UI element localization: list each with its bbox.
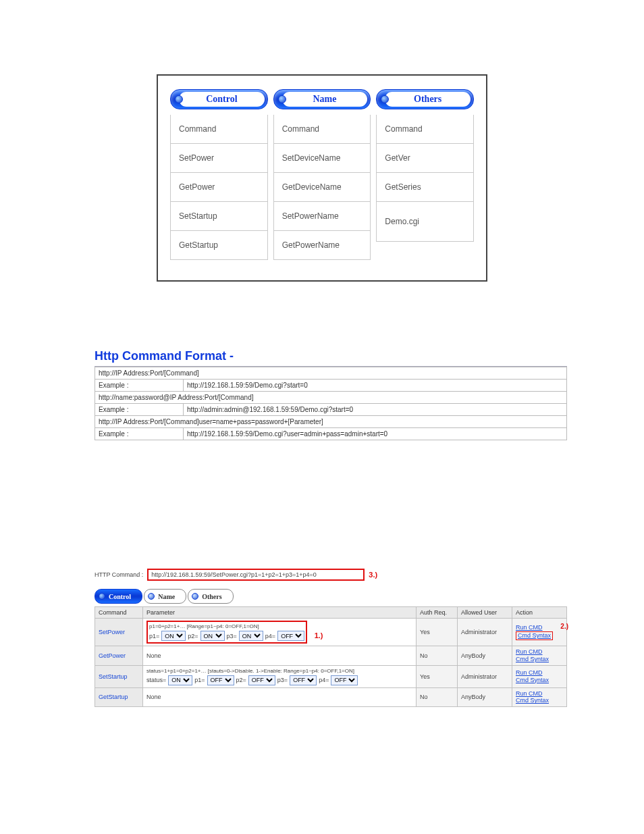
column-others: Others Command GetVer GetSeries Demo.cgi [376, 89, 474, 260]
fmt-row-4: http://IP Address:Port/[Command]user=nam… [95, 416, 567, 428]
row-getstartup: GetStartup None No AnyBody Run CMD Cmd S… [95, 687, 567, 707]
cell-setpower: SetPower [170, 144, 268, 173]
annotation-3: 3.) [369, 571, 377, 579]
column-name: Name Command SetDeviceName GetDeviceName… [273, 89, 371, 260]
link-cmd-syntax-3[interactable]: Cmd Syntax [516, 697, 563, 704]
http-command-format-section: Http Command Format - http://IP Address:… [95, 349, 567, 440]
annotation-1: 1.) [315, 631, 323, 640]
row-setpower-action: Run CMD Cmd Syntax 2.) [512, 619, 567, 646]
cell-getdevicename: GetDeviceName [273, 173, 371, 202]
cell-setpowername: SetPowerName [273, 202, 371, 231]
http-format-table: http://IP Address:Port/[Command] Example… [95, 367, 567, 440]
tab-name[interactable]: Name [144, 589, 186, 604]
http-command-row: HTTP Command : http://192.168.1.59:59/Se… [95, 569, 567, 581]
row-setpower-param: p1=0+p2=1+… [Range=p1~p4: 0=OFF,1=ON] p1… [143, 619, 417, 646]
row-setstartup-action: Run CMD Cmd Syntax [512, 665, 567, 687]
command-grid: Command Parameter Auth Req. Allowed User… [95, 606, 567, 707]
pill-control-label: Control [206, 94, 237, 105]
hdr-user: Allowed User [458, 607, 512, 619]
row-setstartup-legend: status=1+p1=0+p2=1+… [stauts=0->Disable.… [146, 668, 412, 674]
row-getpower-action: Run CMD Cmd Syntax [512, 646, 567, 666]
hdr-action: Action [512, 607, 567, 619]
row-setpower-user: Administrator [458, 619, 512, 646]
pill-name: Name [273, 89, 371, 109]
sel-s-p1[interactable]: OFF [207, 675, 234, 685]
row-setstartup-cmd: SetStartup [95, 665, 143, 687]
row-setpower: SetPower p1=0+p2=1+… [Range=p1~p4: 0=OFF… [95, 619, 567, 646]
http-format-title: Http Command Format - [95, 349, 567, 367]
pill-control: Control [170, 89, 268, 109]
fmt-row-3-label: Example : [95, 404, 184, 416]
link-run-cmd-2[interactable]: Run CMD [516, 669, 563, 677]
row-getpower: GetPower None No AnyBody Run CMD Cmd Syn… [95, 646, 567, 666]
row-getstartup-cmd: GetStartup [95, 687, 143, 707]
sel-status[interactable]: ON [168, 675, 192, 685]
cell-name-header: Command [273, 115, 371, 144]
fmt-row-5-label: Example : [95, 428, 184, 440]
row-getstartup-param: None [143, 687, 417, 707]
cell-getstartup: GetStartup [170, 231, 268, 260]
fmt-row-1-value: http://192.168.1.59:59/Demo.cgi?start=0 [184, 380, 567, 392]
hdr-auth: Auth Req. [417, 607, 458, 619]
hdr-parameter: Parameter [143, 607, 417, 619]
command-category-panel: Control Command SetPower GetPower SetSta… [157, 74, 487, 282]
row-setstartup-param: status=1+p1=0+p2=1+… [stauts=0->Disable.… [143, 665, 417, 687]
column-control: Control Command SetPower GetPower SetSta… [170, 89, 268, 260]
row-getpower-user: AnyBody [458, 646, 512, 666]
hdr-command: Command [95, 607, 143, 619]
tab-others[interactable]: Others [188, 589, 233, 604]
fmt-row-1-label: Example : [95, 380, 184, 392]
pill-name-label: Name [313, 94, 337, 105]
cell-getpower: GetPower [170, 173, 268, 202]
cell-setdevicename: SetDeviceName [273, 144, 371, 173]
row-getstartup-action: Run CMD Cmd Syntax [512, 687, 567, 707]
row-setpower-auth: Yes [417, 619, 458, 646]
row-setpower-cmd: SetPower [95, 619, 143, 646]
row-getpower-param: None [143, 646, 417, 666]
row-setstartup-auth: Yes [417, 665, 458, 687]
sel-s-p2[interactable]: OFF [248, 675, 275, 685]
sel-p3[interactable]: ON [239, 631, 263, 641]
http-command-label: HTTP Command : [95, 571, 143, 578]
cell-control-header: Command [170, 115, 268, 144]
tab-row: Control Name Others [95, 589, 567, 604]
row-getstartup-user: AnyBody [458, 687, 512, 707]
link-run-cmd-1[interactable]: Run CMD [516, 648, 563, 656]
row-setstartup: SetStartup status=1+p1=0+p2=1+… [stauts=… [95, 665, 567, 687]
pill-others: Others [376, 89, 474, 109]
sel-p4[interactable]: OFF [277, 631, 304, 641]
sel-s-p4[interactable]: OFF [331, 675, 358, 685]
link-cmd-syntax-0[interactable]: Cmd Syntax [516, 631, 553, 640]
link-cmd-syntax-1[interactable]: Cmd Syntax [516, 656, 563, 663]
sel-p2[interactable]: ON [200, 631, 225, 641]
cell-getseries: GetSeries [376, 173, 474, 202]
row-getpower-cmd: GetPower [95, 646, 143, 666]
row-setpower-legend: p1=0+p2=1+… [Range=p1~p4: 0=OFF,1=ON] [149, 623, 304, 629]
cell-democgi: Demo.cgi [376, 202, 474, 242]
fmt-row-5-value: http://192.168.1.59:59/Demo.cgi?user=adm… [184, 428, 567, 440]
http-url-box[interactable]: http://192.168.1.59:59/SetPower.cgi?p1=1… [147, 569, 365, 581]
cell-others-header: Command [376, 115, 474, 144]
fmt-row-3-value: http://admin:admin@192.168.1.59:59/Demo.… [184, 404, 567, 416]
link-cmd-syntax-2[interactable]: Cmd Syntax [516, 677, 563, 684]
row-getpower-auth: No [417, 646, 458, 666]
cell-setstartup: SetStartup [170, 202, 268, 231]
row-setstartup-user: Administrator [458, 665, 512, 687]
fmt-row-0: http://IP Address:Port/[Command] [95, 367, 567, 380]
cell-getver: GetVer [376, 144, 474, 173]
fmt-row-2: http://name:password@IP Address:Port/[Co… [95, 392, 567, 404]
control-grid-section: HTTP Command : http://192.168.1.59:59/Se… [95, 569, 567, 707]
cell-getpowername: GetPowerName [273, 231, 371, 260]
link-run-cmd-0[interactable]: Run CMD [516, 624, 563, 631]
link-run-cmd-3[interactable]: Run CMD [516, 690, 563, 698]
sel-s-p3[interactable]: OFF [290, 675, 317, 685]
row-getstartup-auth: No [417, 687, 458, 707]
sel-p1[interactable]: ON [161, 631, 186, 641]
pill-others-label: Others [414, 94, 441, 105]
tab-control[interactable]: Control [95, 589, 142, 604]
annotation-2: 2.) [560, 623, 568, 630]
